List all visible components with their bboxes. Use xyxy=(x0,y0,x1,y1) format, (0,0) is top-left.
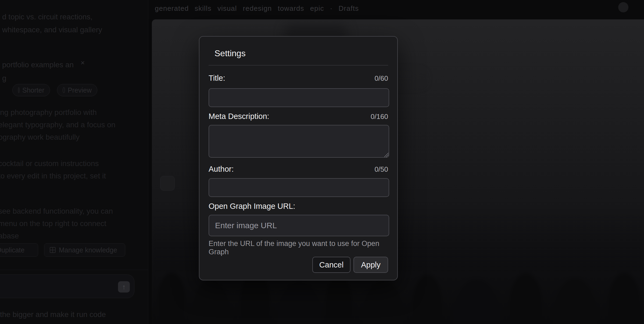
chip-label: Shorter xyxy=(22,86,44,94)
title-input[interactable] xyxy=(209,88,389,107)
eye-icon xyxy=(63,87,65,93)
og-image-url-field-label: Open Graph Image URL: xyxy=(209,202,295,211)
author-input[interactable] xyxy=(209,178,389,197)
account-avatar[interactable] xyxy=(618,2,628,12)
chat-message-line: d topic vs. circuit reactions, xyxy=(2,11,92,23)
manage-knowledge-button[interactable]: Manage knowledge xyxy=(44,243,125,257)
chat-sidebar: d topic vs. circuit reactions, whitespac… xyxy=(0,0,148,324)
chat-composer[interactable]: ↑ xyxy=(0,274,134,298)
duplicate-button[interactable]: Duplicate xyxy=(0,243,38,257)
author-char-counter: 0/50 xyxy=(374,165,388,174)
button-label: Manage knowledge xyxy=(59,246,117,254)
knowledge-grid-icon xyxy=(50,247,56,253)
og-image-url-input[interactable] xyxy=(209,215,389,236)
meta-description-field-label: Meta Description: xyxy=(209,112,269,121)
project-breadcrumb[interactable]: generated skills visual redesign towards… xyxy=(155,4,343,13)
title-field-label: Title: xyxy=(209,74,225,83)
sidebar-divider xyxy=(0,270,148,270)
meta-description-char-counter: 0/160 xyxy=(371,112,388,121)
assistant-paragraph: ing photography portfolio with elegant t… xyxy=(0,106,115,143)
close-icon[interactable]: × xyxy=(81,59,85,67)
button-label: Duplicate xyxy=(0,246,24,254)
assistant-paragraph: see backend functionality, you can menu … xyxy=(0,205,113,242)
author-field-label: Author: xyxy=(209,165,234,174)
chat-footer-text: the bigger and make it run code xyxy=(0,308,106,321)
dialog-title: Settings xyxy=(214,48,246,58)
panel-toggle-button[interactable] xyxy=(160,176,175,191)
og-image-url-helper-text: Enter the URL of the image you want to u… xyxy=(209,240,397,256)
dialog-divider xyxy=(209,65,388,65)
title-char-counter: 0/60 xyxy=(374,74,388,83)
settings-dialog: Settings Title: 0/60 Meta Description: 0… xyxy=(199,36,398,280)
attachment-label-cont: g xyxy=(2,72,6,84)
send-icon[interactable]: ↑ xyxy=(118,281,130,293)
chat-message-line: whitespace, and visual gallery xyxy=(2,24,102,36)
cancel-button[interactable]: Cancel xyxy=(312,257,350,273)
refresh-icon xyxy=(18,87,20,93)
shorter-chip[interactable]: Shorter xyxy=(12,84,50,96)
assistant-paragraph: cocktail or custom instructions to every… xyxy=(0,157,106,182)
attachment-label: portfolio examples an xyxy=(2,59,74,71)
meta-description-textarea[interactable] xyxy=(209,125,389,158)
preview-chip[interactable]: Preview xyxy=(57,84,97,96)
chip-label: Preview xyxy=(68,86,92,94)
apply-button[interactable]: Apply xyxy=(353,257,388,273)
